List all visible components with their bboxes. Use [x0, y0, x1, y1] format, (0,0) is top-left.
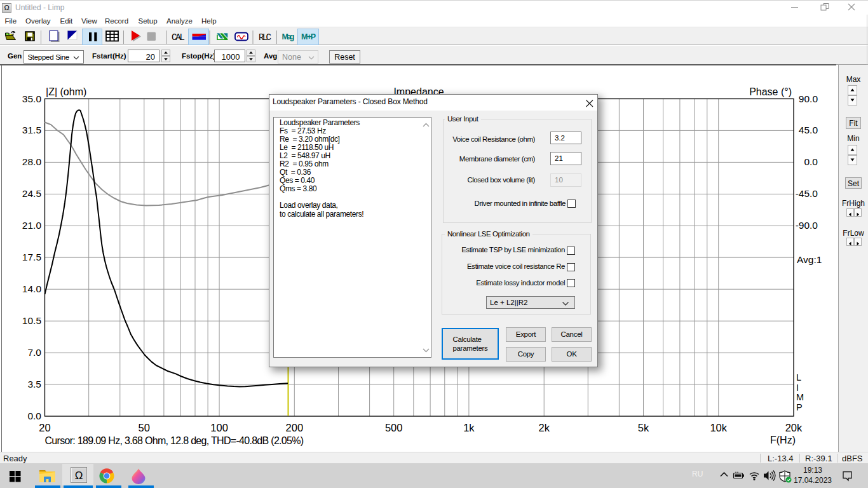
svg-text:F(Hz): F(Hz): [770, 435, 796, 445]
svg-text:RU: RU: [692, 470, 703, 478]
svg-text:17.04.2023: 17.04.2023: [794, 476, 832, 485]
svg-text:P: P: [796, 402, 803, 412]
svg-text:Avg:1: Avg:1: [797, 254, 822, 265]
svg-text:I: I: [796, 383, 799, 393]
svg-text:Mag: Mag: [282, 32, 295, 41]
svg-text:L: L: [796, 372, 801, 383]
svg-text:0.0: 0.0: [804, 156, 818, 167]
svg-text:10.5: 10.5: [22, 315, 41, 326]
svg-text:2k: 2k: [538, 422, 550, 433]
svg-text:-90.0: -90.0: [796, 220, 818, 231]
svg-text:200: 200: [286, 422, 304, 433]
svg-text:7.0: 7.0: [27, 347, 41, 358]
svg-text:45.0: 45.0: [799, 125, 818, 135]
svg-text:21.0: 21.0: [22, 220, 42, 231]
svg-text:CAL: CAL: [172, 32, 185, 43]
svg-text:|Z| (ohm): |Z| (ohm): [46, 86, 86, 97]
svg-text:14.0: 14.0: [22, 283, 42, 294]
svg-text:90.0: 90.0: [799, 93, 818, 104]
svg-text:-45.0: -45.0: [796, 188, 818, 199]
svg-text:100: 100: [210, 422, 228, 433]
svg-text:35.0: 35.0: [22, 93, 42, 104]
svg-text:Ω: Ω: [75, 470, 83, 482]
svg-text:10k: 10k: [710, 422, 727, 433]
svg-text:0.0: 0.0: [27, 410, 41, 421]
svg-text:19:13: 19:13: [803, 466, 822, 475]
svg-text:Cursor: 189.09 Hz, 3.68 Ohm, 1: Cursor: 189.09 Hz, 3.68 Ohm, 12.8 deg, T…: [45, 435, 304, 446]
svg-text:24.5: 24.5: [22, 188, 41, 199]
svg-text:28.0: 28.0: [22, 156, 42, 167]
svg-text:5k: 5k: [638, 422, 649, 433]
svg-text:20k: 20k: [785, 422, 803, 433]
svg-text:M+P: M+P: [301, 32, 316, 41]
svg-text:RLC: RLC: [259, 32, 271, 43]
svg-text:3.5: 3.5: [27, 379, 41, 390]
svg-text:1k: 1k: [463, 422, 475, 433]
svg-text:500: 500: [385, 422, 403, 433]
svg-text:M: M: [796, 392, 804, 402]
svg-text:50: 50: [139, 422, 150, 433]
svg-text:31.5: 31.5: [22, 125, 41, 135]
svg-text:Phase (°): Phase (°): [749, 86, 792, 97]
svg-text:20: 20: [39, 422, 50, 433]
svg-text:17.5: 17.5: [22, 252, 41, 262]
